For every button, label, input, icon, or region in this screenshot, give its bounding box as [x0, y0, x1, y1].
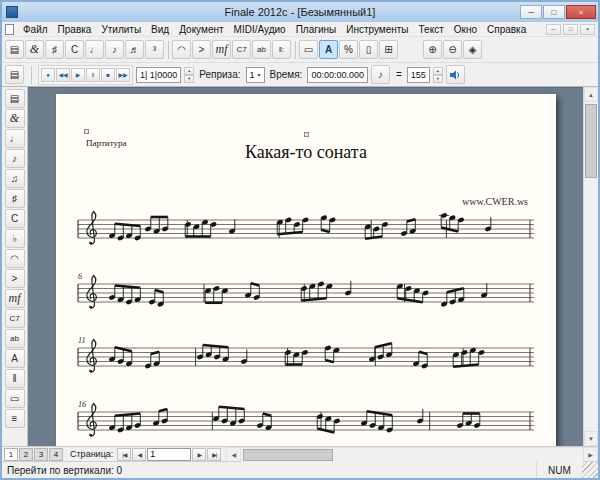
- vertical-scrollbar[interactable]: ▲ ▼: [583, 87, 598, 446]
- mirror-tool[interactable]: %: [339, 40, 358, 59]
- menu-item[interactable]: Правка: [53, 22, 97, 37]
- staff-tool[interactable]: ▤: [5, 40, 24, 59]
- articulation-tool[interactable]: >: [192, 40, 211, 59]
- next-page-button[interactable]: ▶: [192, 448, 206, 461]
- equals-label: =: [396, 69, 402, 80]
- chevron-down-icon: ▾: [258, 71, 261, 78]
- first-page-button[interactable]: |◀: [117, 448, 131, 461]
- speedy-entry-tool[interactable]: ♪: [105, 40, 124, 59]
- speaker-button[interactable]: [446, 65, 465, 84]
- page-tab-1[interactable]: 1: [4, 448, 18, 461]
- menu-item[interactable]: Вид: [146, 22, 174, 37]
- tempo-field[interactable]: 155: [407, 67, 430, 83]
- text-tool[interactable]: A: [319, 40, 338, 59]
- simple-entry-tool[interactable]: ♩: [85, 40, 104, 59]
- horizontal-scroll-track[interactable]: [241, 447, 583, 462]
- time-display: 00:00:00.000: [307, 67, 368, 83]
- menu-item[interactable]: Файл: [18, 22, 53, 37]
- score-canvas[interactable]: Партитура Какая-то соната www.CWER.ws 61…: [28, 87, 583, 446]
- resize-tool[interactable]: ⊞: [379, 40, 398, 59]
- menu-item[interactable]: Окно: [449, 22, 482, 37]
- note-entry-tool[interactable]: ♩: [5, 129, 25, 148]
- repeat-tool[interactable]: ‖:: [272, 40, 291, 59]
- smart-shape-tool[interactable]: ◠: [5, 249, 25, 268]
- text-tool[interactable]: A: [5, 349, 25, 368]
- selection-handle[interactable]: [84, 129, 89, 134]
- time-signature-tool[interactable]: C: [5, 209, 25, 228]
- page-tab-4[interactable]: 4: [49, 448, 63, 461]
- scroll-up-arrow[interactable]: ▲: [584, 87, 598, 102]
- tuplet-tool[interactable]: ³: [145, 40, 164, 59]
- key-signature-tool[interactable]: ♯: [5, 189, 25, 208]
- menu-item[interactable]: Инструменты: [341, 22, 413, 37]
- pause-button[interactable]: ‖: [86, 68, 100, 82]
- clef-tool[interactable]: &: [5, 109, 25, 128]
- page-layout-tool[interactable]: ▯: [359, 40, 378, 59]
- menu-item[interactable]: Текст: [414, 22, 449, 37]
- menu-item[interactable]: Плагины: [291, 22, 342, 37]
- hyperscribe-tool[interactable]: ♬: [125, 40, 144, 59]
- last-page-button[interactable]: ▶|: [207, 448, 221, 461]
- smart-shape-tool[interactable]: ◠: [172, 40, 191, 59]
- selection-handle[interactable]: [304, 132, 309, 137]
- expression-tool[interactable]: mf: [212, 40, 231, 59]
- scroll-right-arrow[interactable]: ▶: [583, 447, 598, 462]
- lyrics-tool[interactable]: ab: [5, 329, 25, 348]
- zoom-out-tool[interactable]: ⊖: [443, 40, 462, 59]
- resize-grip[interactable]: [582, 462, 598, 478]
- chord-tool[interactable]: C7: [5, 309, 25, 328]
- menu-item[interactable]: Справка: [482, 22, 531, 37]
- horizontal-scrollbar[interactable]: ◀ ▶: [226, 447, 598, 462]
- playback-position-field[interactable]: 1| 1|0000: [136, 67, 181, 83]
- vertical-scroll-track[interactable]: [584, 102, 598, 431]
- tempo-note-icon[interactable]: ♪: [371, 65, 390, 84]
- toolbar-separator: [295, 41, 296, 59]
- hand-grabber-tool[interactable]: ◈: [463, 40, 482, 59]
- selection-tool[interactable]: ▭: [5, 389, 25, 408]
- hyperscribe-tool[interactable]: ♫: [5, 169, 25, 188]
- play-button[interactable]: ▶: [71, 68, 85, 82]
- toolbar-separator: [168, 41, 169, 59]
- stop-button[interactable]: ■: [101, 68, 115, 82]
- record-button[interactable]: ●: [41, 68, 55, 82]
- rewind-button[interactable]: ◀◀: [56, 68, 70, 82]
- page-tab-2[interactable]: 2: [19, 448, 33, 461]
- chord-tool[interactable]: C7: [232, 40, 251, 59]
- key-signature-tool[interactable]: ♯: [45, 40, 64, 59]
- staff-tool[interactable]: ▤: [5, 89, 25, 108]
- child-close-button[interactable]: ×: [580, 24, 595, 35]
- time-signature-tool[interactable]: C: [65, 40, 84, 59]
- tempo-spinner[interactable]: ▲▼: [433, 67, 443, 83]
- menu-item[interactable]: Документ: [174, 22, 228, 37]
- lyrics-tool[interactable]: ab: [252, 40, 271, 59]
- menu-item[interactable]: Утилиты: [96, 22, 146, 37]
- maximize-button[interactable]: □: [543, 5, 565, 19]
- minimize-button[interactable]: ─: [520, 5, 542, 19]
- child-restore-button[interactable]: □: [563, 24, 578, 35]
- zoom-in-tool[interactable]: ⊕: [423, 40, 442, 59]
- toolbar-separator: [31, 66, 32, 84]
- close-button[interactable]: ×: [566, 5, 596, 19]
- score-page[interactable]: Партитура Какая-то соната www.CWER.ws 61…: [56, 94, 556, 446]
- menu-item[interactable]: MIDI/Аудио: [229, 22, 291, 37]
- position-spinner[interactable]: ▲▼: [184, 67, 194, 83]
- repeat-tool[interactable]: ‖: [5, 369, 25, 388]
- vertical-scroll-thumb[interactable]: [585, 104, 597, 178]
- expression-tool[interactable]: mf: [5, 289, 25, 308]
- scroll-down-arrow[interactable]: ▼: [584, 431, 598, 446]
- accidental-tool[interactable]: ♭: [5, 229, 25, 248]
- forward-button[interactable]: ▶▶: [116, 68, 130, 82]
- speedy-entry-tool[interactable]: ♪: [5, 149, 25, 168]
- page-view-button[interactable]: ▤: [5, 65, 24, 84]
- selection-tool[interactable]: ▭: [299, 40, 318, 59]
- reprise-dropdown[interactable]: 1 ▾: [246, 67, 265, 83]
- scroll-left-arrow[interactable]: ◀: [226, 447, 241, 462]
- prev-page-button[interactable]: ◀: [132, 448, 146, 461]
- page-tab-3[interactable]: 3: [34, 448, 48, 461]
- child-minimize-button[interactable]: ─: [546, 24, 561, 35]
- clef-tool[interactable]: &: [25, 40, 44, 59]
- horizontal-scroll-thumb[interactable]: [243, 449, 333, 461]
- articulation-tool[interactable]: >: [5, 269, 25, 288]
- page-number-input[interactable]: [147, 448, 191, 461]
- special-tools[interactable]: ≡: [5, 409, 25, 428]
